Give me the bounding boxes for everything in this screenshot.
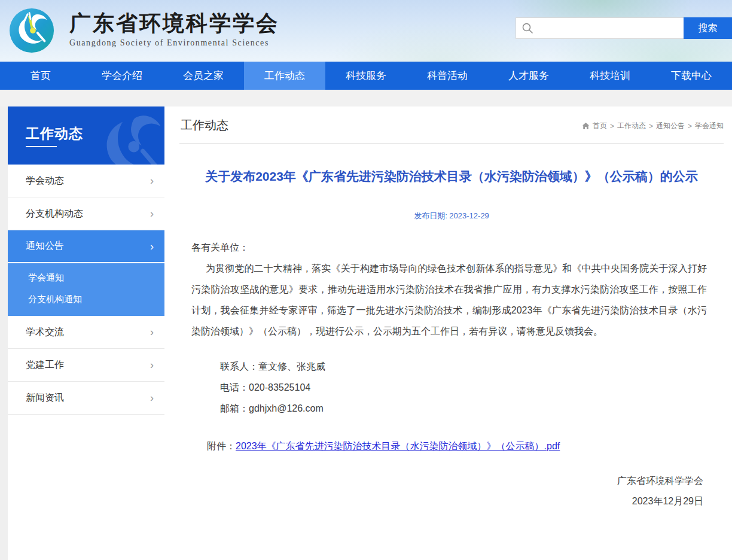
sidebar-item-notices[interactable]: 通知公告 ›: [8, 230, 164, 263]
nav-item-talent-service[interactable]: 人才服务: [488, 62, 569, 90]
society-logo-icon[interactable]: [8, 7, 55, 54]
home-icon: [582, 122, 590, 130]
site-title: 广东省环境科学学会: [69, 10, 279, 36]
chevron-right-icon: ›: [150, 360, 154, 370]
nav-item-work-news[interactable]: 工作动态: [244, 62, 325, 90]
sidebar-title: 工作动态: [26, 124, 83, 143]
search-icon: [521, 22, 533, 34]
publish-date: 发布日期: 2023-12-29: [182, 211, 721, 221]
logo-watermark-icon: [87, 106, 164, 165]
breadcrumb-separator: >: [610, 122, 614, 130]
sidebar-item-academic-exchange[interactable]: 学术交流 ›: [8, 316, 164, 349]
nav-item-about[interactable]: 学会介绍: [81, 62, 163, 90]
nav-item-tech-service[interactable]: 科技服务: [325, 62, 407, 90]
signature-date: 2023年12月29日: [182, 491, 703, 512]
breadcrumb-separator: >: [688, 122, 692, 130]
search-button[interactable]: 搜索: [684, 17, 732, 39]
salutation: 各有关单位：: [191, 237, 707, 258]
chevron-right-icon: ›: [150, 241, 154, 252]
breadcrumb: 首页 > 工作动态 > 通知公告 > 学会通知: [582, 121, 724, 131]
attachment-row: 附件：2023年《广东省先进污染防治技术目录（水污染防治领域）》（公示稿）.pd…: [182, 440, 721, 453]
breadcrumb-notices[interactable]: 通知公告: [656, 121, 685, 131]
sidebar-item-society-news[interactable]: 学会动态 ›: [8, 165, 164, 197]
nav-item-science-popularization[interactable]: 科普活动: [407, 62, 488, 90]
signature-org: 广东省环境科学学会: [182, 471, 703, 491]
nav-item-downloads[interactable]: 下载中心: [651, 62, 732, 90]
gray-band: [0, 90, 732, 106]
sidebar-item-label: 新闻资讯: [26, 392, 64, 404]
chevron-right-icon: ›: [150, 392, 154, 403]
signature-block: 广东省环境科学学会 2023年12月29日: [182, 471, 721, 512]
left-gutter: [0, 106, 8, 560]
sidebar-title-underline: [26, 146, 57, 147]
chevron-right-icon: ›: [150, 208, 154, 219]
breadcrumb-society-notice[interactable]: 学会通知: [695, 121, 724, 131]
nav-item-members[interactable]: 会员之家: [163, 62, 244, 90]
contact-phone: 电话：020-83525104: [220, 377, 721, 398]
sidebar-item-label: 通知公告: [26, 240, 64, 252]
sidebar-subitem-society-notice[interactable]: 学会通知: [8, 267, 164, 288]
sidebar-item-party-building[interactable]: 党建工作 ›: [8, 349, 164, 382]
nav-item-home[interactable]: 首页: [0, 62, 81, 90]
sidebar-item-label: 学会动态: [26, 175, 64, 187]
sidebar-subitem-branch-notice[interactable]: 分支机构通知: [8, 288, 164, 310]
chevron-right-icon: ›: [150, 175, 154, 186]
search-bar: 搜索: [516, 17, 732, 39]
site-header: 广东省环境科学学会 Guangdong Society of Environme…: [0, 0, 732, 62]
contact-email: 邮箱：gdhjxh@126.com: [220, 398, 721, 419]
contact-person: 联系人：童文修、张兆威: [220, 356, 721, 377]
site-subtitle: Guangdong Society of Environmental Scien…: [69, 38, 279, 48]
search-input[interactable]: [516, 17, 684, 39]
sidebar-header: 工作动态: [8, 106, 164, 165]
main-nav: 首页 学会介绍 会员之家 工作动态 科技服务 科普活动 人才服务 科技培训 下载…: [0, 62, 732, 90]
sidebar-item-label: 学术交流: [26, 326, 64, 339]
sidebar: 工作动态 学会动态 › 分支机构动态 › 通知公告 › 学会通知 分支机构通知 …: [8, 106, 164, 415]
breadcrumb-home[interactable]: 首页: [593, 121, 607, 131]
breadcrumb-separator: >: [649, 122, 653, 130]
attachment-label: 附件：: [207, 441, 236, 451]
breadcrumb-work-news[interactable]: 工作动态: [617, 121, 646, 131]
main-content: 工作动态 首页 > 工作动态 > 通知公告 > 学会通知 关于发布2023年《广…: [179, 106, 724, 512]
sidebar-item-news-info[interactable]: 新闻资讯 ›: [8, 382, 164, 415]
sidebar-submenu: 学会通知 分支机构通知: [8, 263, 164, 316]
article-paragraph: 为贯彻党的二十大精神，落实《关于构建市场导向的绿色技术创新体系的指导意见》和《中…: [191, 258, 707, 342]
chevron-right-icon: ›: [150, 327, 154, 337]
article-title: 关于发布2023年《广东省先进污染防治技术目录（水污染防治领域）》（公示稿）的公…: [203, 168, 700, 185]
sidebar-item-label: 分支机构动态: [26, 208, 83, 220]
sidebar-item-label: 党建工作: [26, 359, 64, 372]
contact-block: 联系人：童文修、张兆威 电话：020-83525104 邮箱：gdhjxh@12…: [182, 356, 721, 419]
attachment-pdf-link[interactable]: 2023年《广东省先进污染防治技术目录（水污染防治领域）》（公示稿）.pdf: [236, 441, 560, 451]
page-title: 工作动态: [181, 117, 228, 133]
sidebar-item-branch-news[interactable]: 分支机构动态 ›: [8, 197, 164, 230]
article: 关于发布2023年《广东省先进污染防治技术目录（水污染防治领域）》（公示稿）的公…: [179, 168, 724, 512]
nav-item-training[interactable]: 科技培训: [569, 62, 651, 90]
